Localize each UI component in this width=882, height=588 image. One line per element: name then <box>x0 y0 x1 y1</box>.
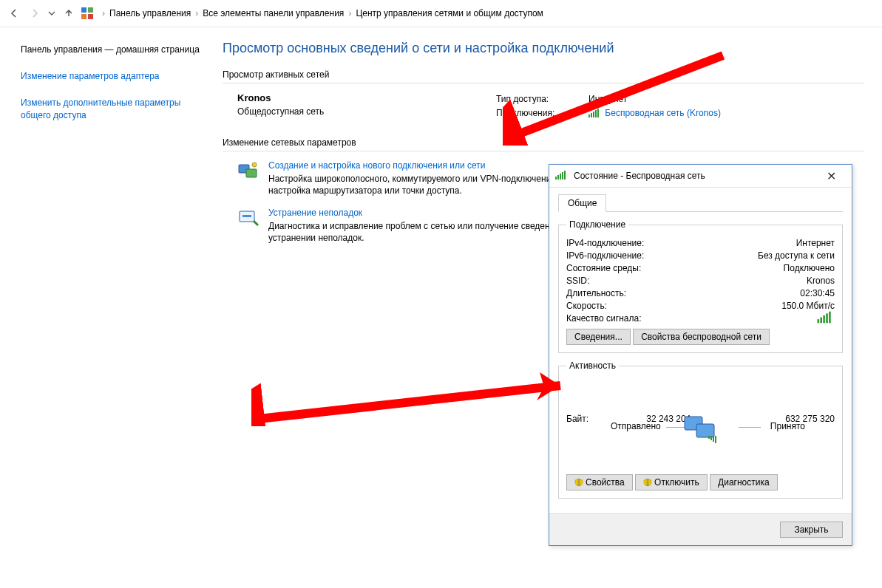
details-button[interactable]: Сведения... <box>566 329 631 345</box>
svg-rect-0 <box>81 7 86 13</box>
speed-value: 150.0 Мбит/с <box>781 301 835 311</box>
nav-back-button[interactable] <box>4 4 24 23</box>
svg-rect-11 <box>708 436 710 439</box>
breadcrumb[interactable]: ›Панель управления ›Все элементы панели … <box>102 8 543 18</box>
ipv6-value: Без доступа к сети <box>758 250 835 261</box>
speed-label: Скорость: <box>566 301 607 311</box>
section-change-settings: Изменение сетевых параметров <box>223 137 864 148</box>
svg-rect-12 <box>710 436 712 440</box>
properties-button[interactable]: Свойства <box>566 474 633 490</box>
new-connection-icon <box>237 160 261 181</box>
access-type-value: Интернет <box>588 92 627 106</box>
sidebar-home-link[interactable]: Панель управления — домашняя страница <box>21 44 202 55</box>
group-connection-label: Подключение <box>566 219 628 230</box>
svg-rect-3 <box>88 14 93 19</box>
network-profile-type: Общедоступная сеть <box>237 106 496 117</box>
nav-forward-button[interactable] <box>25 4 44 23</box>
svg-rect-14 <box>715 436 716 443</box>
dialog-titlebar[interactable]: Состояние - Беспроводная сеть ✕ <box>549 165 852 188</box>
activity-sent-label: Отправлено <box>611 421 661 431</box>
group-activity: Активность Отправлено Принято Байт: 32 2… <box>558 360 843 499</box>
shield-icon <box>643 478 652 487</box>
group-activity-label: Активность <box>566 360 619 371</box>
signal-quality-icon <box>818 312 832 327</box>
duration-label: Длительность: <box>566 288 626 298</box>
sidebar-sharing-link[interactable]: Изменить дополнительные параметры общего… <box>21 97 202 120</box>
ssid-label: SSID: <box>566 276 589 286</box>
ipv4-value: Интернет <box>796 238 835 248</box>
sidebar: Панель управления — домашняя страница Из… <box>0 27 215 588</box>
network-name: Kronos <box>237 92 496 103</box>
access-type-label: Тип доступа: <box>496 92 588 106</box>
ssid-value: Kronos <box>807 276 835 286</box>
dialog-tabstrip: Общие <box>558 194 843 212</box>
svg-rect-5 <box>246 169 257 177</box>
connections-label: Подключения: <box>496 106 588 122</box>
activity-received-label: Принято <box>770 421 805 431</box>
activity-monitors-icon <box>682 414 720 445</box>
tab-general[interactable]: Общие <box>558 194 606 212</box>
ipv6-label: IPv6-подключение: <box>566 250 644 261</box>
sidebar-adapter-link[interactable]: Изменение параметров адаптера <box>21 70 202 82</box>
page-title: Просмотр основных сведений о сети и наст… <box>223 41 864 56</box>
recent-dropdown[interactable] <box>46 4 58 23</box>
active-network-row: Kronos Общедоступная сеть Тип доступа: И… <box>237 92 864 121</box>
connection-link[interactable]: Беспроводная сеть (Kronos) <box>605 108 721 118</box>
breadcrumb-item[interactable]: Панель управления <box>109 8 191 18</box>
svg-rect-1 <box>88 7 93 13</box>
media-state-label: Состояние среды: <box>566 263 641 273</box>
breadcrumb-item[interactable]: Все элементы панели управления <box>203 8 344 18</box>
svg-rect-10 <box>696 424 714 437</box>
svg-rect-13 <box>713 436 714 442</box>
breadcrumb-item[interactable]: Центр управления сетями и общим доступом <box>356 8 543 18</box>
close-button[interactable]: Закрыть <box>780 522 843 538</box>
wifi-status-dialog: Состояние - Беспроводная сеть ✕ Общие По… <box>549 164 852 546</box>
control-panel-icon <box>80 6 95 21</box>
svg-rect-8 <box>242 215 251 217</box>
diagnose-button[interactable]: Диагностика <box>710 474 778 490</box>
ipv4-label: IPv4-подключение: <box>566 238 644 248</box>
wireless-properties-button[interactable]: Свойства беспроводной сети <box>633 329 770 345</box>
troubleshoot-icon <box>237 208 261 228</box>
svg-rect-2 <box>81 14 86 19</box>
address-toolbar: ›Панель управления ›Все элементы панели … <box>0 0 882 27</box>
section-active-networks: Просмотр активных сетей <box>223 69 864 80</box>
disable-button[interactable]: Отключить <box>635 474 708 490</box>
group-connection: Подключение IPv4-подключение:Интернет IP… <box>558 219 843 353</box>
dialog-title: Состояние - Беспроводная сеть <box>574 171 705 181</box>
duration-value: 02:30:45 <box>800 288 835 298</box>
svg-point-6 <box>252 163 257 167</box>
shield-icon <box>574 478 583 487</box>
nav-up-button[interactable] <box>59 4 78 23</box>
dialog-close-button[interactable]: ✕ <box>816 169 846 183</box>
media-state-value: Подключено <box>784 263 835 273</box>
wifi-signal-icon <box>588 108 600 122</box>
wifi-signal-icon <box>555 171 566 182</box>
signal-quality-label: Качество сигнала: <box>566 313 641 324</box>
